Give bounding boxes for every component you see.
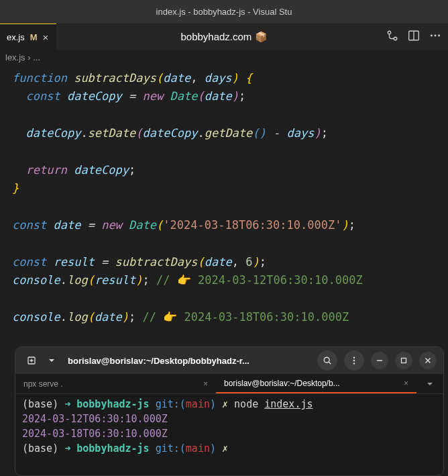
code-line bbox=[12, 106, 448, 124]
svg-rect-16 bbox=[402, 359, 406, 363]
svg-point-10 bbox=[324, 357, 329, 363]
editor-tab-index-js[interactable]: ex.js M × bbox=[0, 23, 56, 50]
code-line: console.log(date); // 👉️ 2024-03-18T06:3… bbox=[12, 308, 448, 326]
breadcrumb[interactable]: lex.js › ... bbox=[0, 50, 448, 66]
maximize-button[interactable] bbox=[395, 352, 412, 369]
compare-icon[interactable] bbox=[386, 30, 398, 44]
terminal-line: (base) ➜ bobbyhadz-js git:(main) ✗ node … bbox=[22, 397, 437, 412]
terminal-tab-label: borislav@borislav:~/Desktop/b... bbox=[224, 379, 340, 388]
code-line bbox=[12, 198, 448, 216]
code-line bbox=[12, 290, 448, 308]
breadcrumb-text: lex.js › ... bbox=[5, 52, 40, 62]
svg-point-0 bbox=[388, 31, 391, 34]
terminal-tab-2[interactable]: borislav@borislav:~/Desktop/b... × bbox=[216, 374, 416, 393]
code-line bbox=[12, 143, 448, 161]
code-line: function subtractDays(date, days) { bbox=[12, 69, 448, 87]
svg-line-11 bbox=[329, 362, 331, 364]
minimize-button[interactable] bbox=[371, 352, 388, 369]
svg-point-4 bbox=[431, 34, 433, 36]
terminal-output: 2024-03-18T06:30:10.000Z bbox=[22, 426, 437, 441]
terminal-body[interactable]: (base) ➜ bobbyhadz-js git:(main) ✗ node … bbox=[15, 394, 443, 459]
close-icon[interactable]: × bbox=[404, 379, 408, 388]
tab-row: ex.js M × bobbyhadz.com 📦 bbox=[0, 23, 448, 50]
terminal-tab-expand[interactable] bbox=[416, 374, 443, 393]
code-line: const date = new Date('2024-03-18T06:30:… bbox=[12, 216, 448, 234]
terminal-line: (base) ➜ bobbyhadz-js git:(main) ✗ bbox=[22, 441, 437, 456]
code-line: const dateCopy = new Date(date); bbox=[12, 87, 448, 105]
code-line bbox=[12, 235, 448, 253]
tab-filename: ex.js bbox=[7, 32, 25, 42]
dropdown-icon[interactable] bbox=[42, 351, 61, 370]
svg-point-5 bbox=[435, 34, 437, 36]
svg-point-1 bbox=[394, 37, 397, 40]
code-line: dateCopy.setDate(dateCopy.getDate() - da… bbox=[12, 124, 448, 142]
code-line: return dateCopy; bbox=[12, 161, 448, 179]
code-line: const result = subtractDays(date, 6); bbox=[12, 253, 448, 271]
svg-point-13 bbox=[353, 360, 355, 361]
banner-text: bobbyhadz.com 📦 bbox=[180, 31, 267, 43]
close-icon[interactable]: × bbox=[203, 379, 208, 389]
title-bar: index.js - bobbyhadz-js - Visual Stu bbox=[0, 0, 448, 23]
terminal-title: borislav@borislav:~/Desktop/bobbyhadz-r.… bbox=[68, 356, 311, 366]
svg-point-6 bbox=[438, 34, 440, 36]
close-icon[interactable]: × bbox=[43, 32, 49, 43]
split-editor-icon[interactable] bbox=[408, 30, 420, 44]
code-line: console.log(result); // 👉️ 2024-03-12T06… bbox=[12, 271, 448, 289]
new-tab-button[interactable] bbox=[22, 351, 41, 370]
svg-point-14 bbox=[353, 363, 355, 364]
svg-point-12 bbox=[353, 356, 355, 358]
code-line: } bbox=[12, 179, 448, 197]
code-editor[interactable]: function subtractDays(date, days) { cons… bbox=[0, 66, 448, 327]
terminal-tab-label: npx serve . bbox=[23, 379, 63, 389]
window-title: index.js - bobbyhadz-js - Visual Stu bbox=[156, 7, 292, 17]
terminal-header: borislav@borislav:~/Desktop/bobbyhadz-r.… bbox=[15, 347, 443, 374]
more-icon[interactable] bbox=[429, 30, 441, 44]
tab-modified-indicator: M bbox=[30, 32, 38, 42]
terminal-tab-1[interactable]: npx serve . × bbox=[15, 374, 216, 393]
terminal-tabs: npx serve . × borislav@borislav:~/Deskto… bbox=[15, 374, 443, 394]
search-button[interactable] bbox=[317, 350, 337, 371]
close-button[interactable] bbox=[419, 352, 437, 369]
terminal-panel: borislav@borislav:~/Desktop/bobbyhadz-r.… bbox=[15, 346, 444, 476]
menu-button[interactable] bbox=[344, 350, 364, 371]
terminal-output: 2024-03-12T06:30:10.000Z bbox=[22, 412, 437, 426]
